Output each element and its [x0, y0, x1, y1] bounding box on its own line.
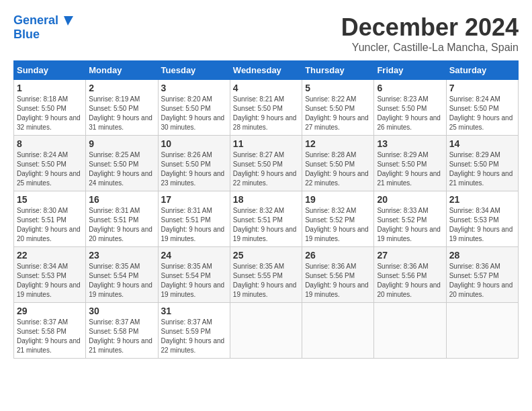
day-number: 11: [233, 138, 299, 149]
day-header-sunday: Sunday: [14, 61, 86, 80]
calendar-cell: 10Sunrise: 8:26 AM Sunset: 5:50 PM Dayli…: [158, 136, 230, 191]
day-number: 30: [89, 306, 154, 316]
logo-text: General: [13, 14, 58, 28]
day-header-saturday: Saturday: [446, 61, 518, 80]
logo-bird-icon: [58, 13, 73, 28]
day-number: 24: [161, 250, 227, 261]
day-info: Sunrise: 8:19 AM Sunset: 5:50 PM Dayligh…: [89, 95, 154, 132]
day-info: Sunrise: 8:30 AM Sunset: 5:51 PM Dayligh…: [17, 206, 83, 244]
day-info: Sunrise: 8:24 AM Sunset: 5:50 PM Dayligh…: [17, 150, 83, 188]
calendar-cell: 28Sunrise: 8:36 AM Sunset: 5:57 PM Dayli…: [446, 247, 518, 303]
day-number: 6: [377, 83, 443, 93]
day-info: Sunrise: 8:37 AM Sunset: 5:58 PM Dayligh…: [17, 318, 83, 355]
day-number: 5: [305, 83, 371, 93]
calendar-cell: 8Sunrise: 8:24 AM Sunset: 5:50 PM Daylig…: [14, 136, 86, 191]
day-number: 17: [161, 194, 227, 205]
calendar-cell: 25Sunrise: 8:35 AM Sunset: 5:55 PM Dayli…: [230, 247, 302, 303]
calendar-cell: 21Sunrise: 8:34 AM Sunset: 5:53 PM Dayli…: [446, 191, 518, 247]
calendar-header-row: SundayMondayTuesdayWednesdayThursdayFrid…: [14, 61, 519, 80]
calendar-week-row: 29Sunrise: 8:37 AM Sunset: 5:58 PM Dayli…: [14, 303, 519, 359]
calendar-cell: 27Sunrise: 8:36 AM Sunset: 5:56 PM Dayli…: [374, 247, 446, 303]
day-info: Sunrise: 8:37 AM Sunset: 5:59 PM Dayligh…: [161, 318, 227, 355]
day-info: Sunrise: 8:32 AM Sunset: 5:52 PM Dayligh…: [305, 206, 371, 244]
day-number: 18: [233, 194, 299, 205]
day-info: Sunrise: 8:32 AM Sunset: 5:51 PM Dayligh…: [233, 206, 299, 244]
calendar-cell: [302, 303, 374, 359]
calendar-cell: 30Sunrise: 8:37 AM Sunset: 5:58 PM Dayli…: [86, 303, 158, 359]
day-number: 8: [17, 138, 83, 149]
day-number: 10: [161, 138, 227, 149]
day-number: 19: [305, 194, 371, 205]
day-number: 28: [449, 250, 515, 261]
calendar-cell: 12Sunrise: 8:28 AM Sunset: 5:50 PM Dayli…: [302, 136, 374, 191]
day-info: Sunrise: 8:26 AM Sunset: 5:50 PM Dayligh…: [161, 150, 227, 188]
day-number: 29: [17, 306, 83, 316]
calendar-week-row: 15Sunrise: 8:30 AM Sunset: 5:51 PM Dayli…: [14, 191, 519, 247]
day-info: Sunrise: 8:27 AM Sunset: 5:50 PM Dayligh…: [233, 150, 299, 188]
day-header-monday: Monday: [86, 61, 158, 80]
calendar-cell: 24Sunrise: 8:35 AM Sunset: 5:54 PM Dayli…: [158, 247, 230, 303]
page-header: General Blue December 2024 Yuncler, Cast…: [13, 13, 519, 54]
calendar-cell: 17Sunrise: 8:31 AM Sunset: 5:51 PM Dayli…: [158, 191, 230, 247]
day-info: Sunrise: 8:35 AM Sunset: 5:55 PM Dayligh…: [233, 262, 299, 300]
day-number: 26: [305, 250, 371, 261]
title-section: December 2024 Yuncler, Castille-La Manch…: [341, 13, 519, 54]
day-info: Sunrise: 8:25 AM Sunset: 5:50 PM Dayligh…: [89, 150, 154, 188]
day-number: 21: [449, 194, 515, 205]
logo-text-blue: Blue: [13, 28, 40, 42]
day-header-wednesday: Wednesday: [230, 61, 302, 80]
calendar-cell: 5Sunrise: 8:22 AM Sunset: 5:50 PM Daylig…: [302, 80, 374, 136]
calendar-cell: 29Sunrise: 8:37 AM Sunset: 5:58 PM Dayli…: [14, 303, 86, 359]
calendar-cell: [446, 303, 518, 359]
day-info: Sunrise: 8:20 AM Sunset: 5:50 PM Dayligh…: [161, 95, 227, 132]
day-info: Sunrise: 8:36 AM Sunset: 5:56 PM Dayligh…: [305, 262, 371, 300]
calendar-cell: 31Sunrise: 8:37 AM Sunset: 5:59 PM Dayli…: [158, 303, 230, 359]
day-header-thursday: Thursday: [302, 61, 374, 80]
day-number: 4: [233, 83, 299, 93]
day-info: Sunrise: 8:18 AM Sunset: 5:50 PM Dayligh…: [17, 95, 83, 132]
day-info: Sunrise: 8:35 AM Sunset: 5:54 PM Dayligh…: [89, 262, 154, 300]
day-info: Sunrise: 8:24 AM Sunset: 5:50 PM Dayligh…: [449, 95, 515, 132]
month-title: December 2024: [341, 13, 519, 42]
day-number: 25: [233, 250, 299, 261]
calendar-week-row: 1Sunrise: 8:18 AM Sunset: 5:50 PM Daylig…: [14, 80, 519, 136]
day-info: Sunrise: 8:29 AM Sunset: 5:50 PM Dayligh…: [377, 150, 443, 188]
day-info: Sunrise: 8:21 AM Sunset: 5:50 PM Dayligh…: [233, 95, 299, 132]
calendar-cell: 23Sunrise: 8:35 AM Sunset: 5:54 PM Dayli…: [86, 247, 158, 303]
calendar-cell: 9Sunrise: 8:25 AM Sunset: 5:50 PM Daylig…: [86, 136, 158, 191]
calendar-cell: 13Sunrise: 8:29 AM Sunset: 5:50 PM Dayli…: [374, 136, 446, 191]
day-number: 7: [449, 83, 515, 93]
calendar-cell: 1Sunrise: 8:18 AM Sunset: 5:50 PM Daylig…: [14, 80, 86, 136]
day-number: 9: [89, 138, 154, 149]
svg-marker-0: [64, 16, 73, 26]
day-number: 12: [305, 138, 371, 149]
day-number: 14: [449, 138, 515, 149]
calendar-cell: [374, 303, 446, 359]
day-info: Sunrise: 8:34 AM Sunset: 5:53 PM Dayligh…: [17, 262, 83, 300]
calendar-cell: [230, 303, 302, 359]
day-number: 2: [89, 83, 154, 93]
calendar-cell: 11Sunrise: 8:27 AM Sunset: 5:50 PM Dayli…: [230, 136, 302, 191]
day-number: 23: [89, 250, 154, 261]
day-number: 31: [161, 306, 227, 316]
calendar-cell: 2Sunrise: 8:19 AM Sunset: 5:50 PM Daylig…: [86, 80, 158, 136]
calendar-week-row: 8Sunrise: 8:24 AM Sunset: 5:50 PM Daylig…: [14, 136, 519, 191]
day-info: Sunrise: 8:31 AM Sunset: 5:51 PM Dayligh…: [161, 206, 227, 244]
day-info: Sunrise: 8:36 AM Sunset: 5:57 PM Dayligh…: [449, 262, 515, 300]
day-number: 22: [17, 250, 83, 261]
calendar-cell: 19Sunrise: 8:32 AM Sunset: 5:52 PM Dayli…: [302, 191, 374, 247]
day-number: 16: [89, 194, 154, 205]
day-header-friday: Friday: [374, 61, 446, 80]
day-number: 1: [17, 83, 83, 93]
calendar-cell: 7Sunrise: 8:24 AM Sunset: 5:50 PM Daylig…: [446, 80, 518, 136]
calendar-cell: 16Sunrise: 8:31 AM Sunset: 5:51 PM Dayli…: [86, 191, 158, 247]
calendar-cell: 6Sunrise: 8:23 AM Sunset: 5:50 PM Daylig…: [374, 80, 446, 136]
day-info: Sunrise: 8:23 AM Sunset: 5:50 PM Dayligh…: [377, 95, 443, 132]
day-number: 15: [17, 194, 83, 205]
day-info: Sunrise: 8:29 AM Sunset: 5:50 PM Dayligh…: [449, 150, 515, 188]
calendar-cell: 18Sunrise: 8:32 AM Sunset: 5:51 PM Dayli…: [230, 191, 302, 247]
day-number: 13: [377, 138, 443, 149]
day-header-tuesday: Tuesday: [158, 61, 230, 80]
day-number: 3: [161, 83, 227, 93]
calendar-cell: 4Sunrise: 8:21 AM Sunset: 5:50 PM Daylig…: [230, 80, 302, 136]
